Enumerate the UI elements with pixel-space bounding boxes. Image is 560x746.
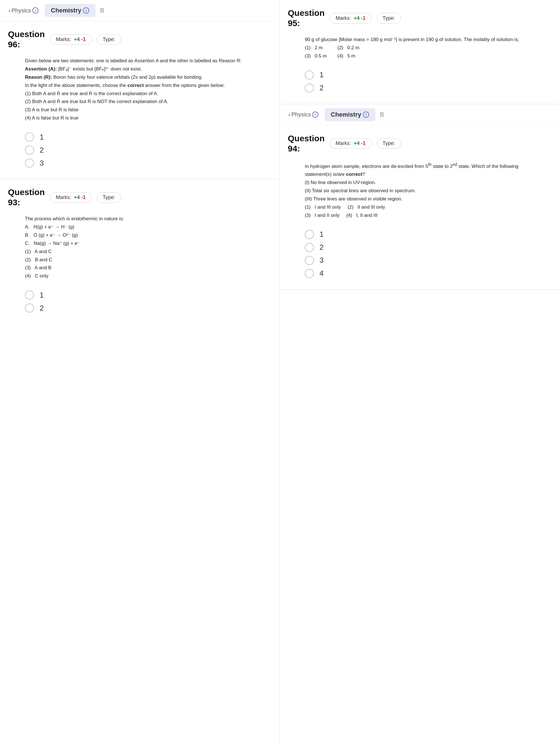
question-93-marks: Marks: +4 -1 [50,192,92,203]
back-icon: ‹ [8,7,10,14]
question-94-marks: Marks: +4 -1 [330,138,372,149]
question-96-header: Question96: Marks: +4 -1 Type: [8,29,272,50]
radio-93-1[interactable] [25,290,34,299]
marks-label-93: Marks: [56,195,73,200]
option-95-1[interactable]: 1 [305,70,540,80]
radio-95-1[interactable] [305,70,314,80]
question-96-body: Given below are two statements: one is l… [8,54,272,128]
tab-chemistry-label-right: Chemistry [331,111,361,118]
option-95-2[interactable]: 2 [305,84,540,93]
question-95-body: 90 g of glucose [Molar mass = 180 g mol⁻… [288,33,552,66]
option-94-2[interactable]: 2 [305,243,540,252]
option-94-4-label: 4 [319,269,324,278]
radio-96-1[interactable] [25,133,34,142]
option-93-2-label: 2 [40,304,44,313]
marks-pos-94: +4 [354,140,360,146]
radio-94-4[interactable] [305,269,314,278]
marks-neg-93: -1 [81,195,86,200]
question-94-type: Type: [377,138,401,149]
option-96-2-label: 2 [40,146,44,154]
tab-more-left[interactable]: B [98,7,106,14]
option-94-1[interactable]: 1 [305,230,540,239]
option-96-2[interactable]: 2 [25,145,260,154]
marks-label-94: Marks: [336,140,353,146]
marks-neg-94: -1 [361,140,366,146]
option-93-1[interactable]: 1 [25,290,260,299]
option-96-3[interactable]: 3 [25,159,260,168]
radio-94-3[interactable] [305,256,314,265]
chemistry-info-icon-left[interactable]: i [83,7,89,13]
question-94-options: 1 2 3 4 [288,225,552,284]
question-93-header: Question93: Marks: +4 -1 Type: [8,187,272,207]
question-93-options: 1 2 [8,286,272,318]
option-95-1-label: 1 [319,70,324,79]
tab-physics-right[interactable]: ‹ Physics i [285,109,322,120]
option-94-3-label: 3 [319,256,324,265]
radio-94-2[interactable] [305,243,314,252]
option-96-1[interactable]: 1 [25,133,260,142]
option-95-2-label: 2 [319,84,324,92]
tab-chemistry-left[interactable]: Chemistry i [45,4,96,17]
marks-pos-93: +4 [74,195,80,200]
tab-physics-label: Physics [11,7,31,14]
question-96-options: 1 2 3 [8,128,272,173]
question-96-title: Question96: [8,29,45,50]
chemistry-info-icon-right[interactable]: i [363,112,369,118]
question-93-title: Question93: [8,187,45,207]
marks-pos-95: +4 [354,15,360,21]
radio-93-2[interactable] [25,304,34,313]
option-94-3[interactable]: 3 [305,256,540,265]
option-93-1-label: 1 [40,291,44,299]
question-95-title: Question95: [288,8,325,28]
option-96-1-label: 1 [40,133,44,142]
physics-info-icon-right[interactable]: i [312,112,318,118]
marks-label-95: Marks: [336,15,353,21]
radio-96-2[interactable] [25,145,34,154]
question-95-header: Question95: Marks: +4 -1 Type: [288,8,552,28]
tab-physics-label-right: Physics [291,111,311,118]
radio-95-2[interactable] [305,84,314,93]
option-93-2[interactable]: 2 [25,304,260,313]
marks-neg-96: -1 [81,36,86,42]
question-94-header: Question94: Marks: +4 -1 Type: [288,133,552,154]
question-93-body: The process which is endothermic in natu… [8,212,272,286]
tab-bar-left: ‹ Physics i Chemistry i B [0,0,280,21]
left-column: ‹ Physics i Chemistry i B Question96: Ma… [0,0,280,746]
tab-physics-left[interactable]: ‹ Physics i [5,5,42,16]
question-93-type: Type: [97,192,121,203]
radio-96-3[interactable] [25,159,34,168]
physics-info-icon[interactable]: i [32,7,38,13]
marks-label-96: Marks: [56,36,73,42]
marks-neg-95: -1 [361,15,366,21]
question-93-block: Question93: Marks: +4 -1 Type: The proce… [0,179,280,324]
back-icon-right: ‹ [288,111,290,118]
option-96-3-label: 3 [40,159,44,168]
question-96-block: Question96: Marks: +4 -1 Type: Given bel… [0,21,280,179]
option-94-2-label: 2 [319,243,324,252]
question-94-title: Question94: [288,133,325,154]
marks-pos-96: +4 [74,36,80,42]
option-94-1-label: 1 [319,230,324,239]
question-95-options: 1 2 [288,66,552,98]
tab-more-right[interactable]: B [378,111,386,118]
right-column: Question95: Marks: +4 -1 Type: 90 g of g… [280,0,560,746]
question-96-marks: Marks: +4 -1 [50,34,92,45]
question-95-type: Type: [377,13,401,24]
question-95-block: Question95: Marks: +4 -1 Type: 90 g of g… [280,0,560,104]
tab-chemistry-label-left: Chemistry [51,7,82,14]
radio-94-1[interactable] [305,230,314,239]
question-95-marks: Marks: +4 -1 [330,13,372,24]
divider-right-2 [280,289,560,290]
option-94-4[interactable]: 4 [305,269,540,278]
question-96-type: Type: [97,34,121,45]
tab-bar-right: ‹ Physics i Chemistry i B [280,104,560,125]
question-94-block: Question94: Marks: +4 -1 Type: In hydrog… [280,125,560,289]
question-94-body: In hydrogen atom sample, electrons are d… [288,158,552,225]
tab-chemistry-right[interactable]: Chemistry i [325,108,375,121]
